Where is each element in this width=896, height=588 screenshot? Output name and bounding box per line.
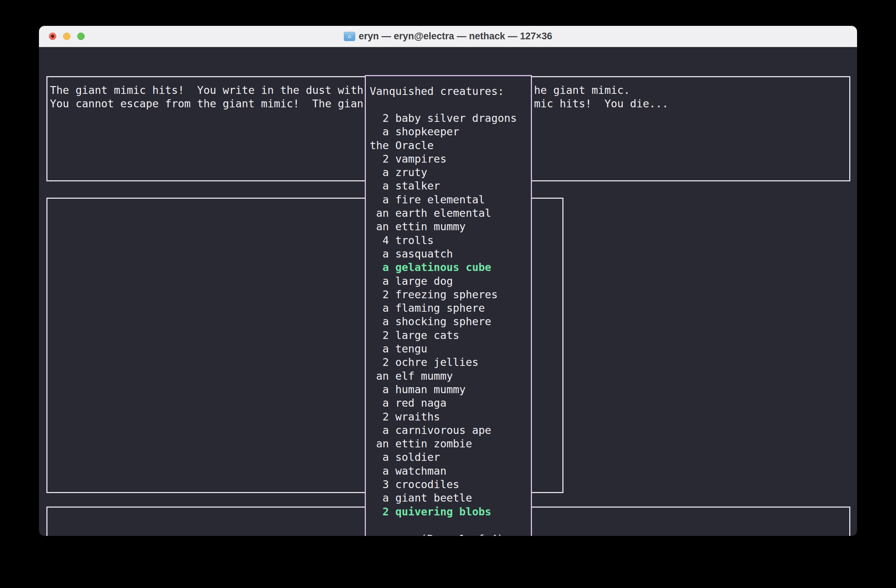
minimize-button[interactable] [63, 33, 70, 40]
vanquished-item: a watchman [370, 465, 517, 478]
vanquished-list: 2 baby silver dragons a shopkeeperthe Or… [370, 111, 517, 519]
vanquished-creatures-popup: Vanquished creatures: 2 baby silver drag… [365, 75, 532, 536]
vanquished-item: the Oracle [370, 139, 517, 152]
message-line2-left: You cannot escape from the giant mimic! … [50, 97, 363, 111]
vanquished-item: a giant beetle [370, 491, 517, 505]
vanquished-item: an earth elemental [370, 207, 517, 220]
vanquished-item: a zruty [370, 166, 517, 179]
vanquished-item: a stalker [370, 179, 517, 193]
window-title-group: ⌂ eryn — eryn@electra — nethack — 127×36 [344, 32, 552, 41]
vanquished-item: a human mummy [370, 383, 517, 396]
home-folder-icon: ⌂ [344, 32, 355, 41]
vanquished-item: an elf mummy [370, 369, 517, 383]
vanquished-item: a large dog [370, 274, 517, 288]
titlebar[interactable]: ⌂ eryn — eryn@electra — nethack — 127×36 [39, 26, 857, 47]
vanquished-item-highlighted: a gelatinous cube [370, 261, 517, 274]
vanquished-item: 2 large cats [370, 329, 517, 342]
vanquished-item: a soldier [370, 451, 517, 464]
window-title: eryn — eryn@electra — nethack — 127×36 [359, 32, 552, 41]
page-indicator: (Page 1 of 4) => [421, 532, 523, 536]
vanquished-item: 2 ochre jellies [370, 356, 517, 369]
unsaved-changes-dot-icon [51, 35, 54, 38]
terminal-window: ⌂ eryn — eryn@electra — nethack — 127×36… [39, 26, 857, 536]
vanquished-item: a fire elemental [370, 193, 517, 207]
message-line1-right: he giant mimic. [534, 84, 630, 97]
vanquished-item: a flaming sphere [370, 302, 517, 315]
vanquished-item: 2 vampires [370, 152, 517, 166]
vanquished-item: a tengu [370, 342, 517, 356]
vanquished-item-highlighted: 2 quivering blobs [370, 505, 517, 519]
vanquished-item: a sasquatch [370, 247, 517, 261]
vanquished-item: a red naga [370, 396, 517, 410]
vanquished-item: a carnivorous ape [370, 423, 517, 437]
vanquished-item: an ettin mummy [370, 220, 517, 233]
vanquished-item: an ettin zombie [370, 437, 517, 451]
message-line1-left: The giant mimic hits! You write in the d… [50, 84, 363, 97]
vanquished-item: 4 trolls [370, 234, 517, 247]
zoom-button[interactable] [77, 33, 85, 40]
close-button[interactable] [49, 33, 56, 40]
message-line2-right: mic hits! You die... [534, 97, 668, 111]
vanquished-item: a shopkeeper [370, 125, 517, 139]
vanquished-item: a shocking sphere [370, 315, 517, 328]
traffic-lights [49, 26, 85, 47]
popup-title: Vanquished creatures: [370, 85, 504, 98]
vanquished-item: 2 baby silver dragons [370, 111, 517, 125]
vanquished-item: 3 crocodiles [370, 478, 517, 491]
terminal-content: The giant mimic hits! You write in the d… [39, 47, 857, 536]
vanquished-item: 2 wraiths [370, 410, 517, 423]
vanquished-item: 2 freezing spheres [370, 288, 517, 302]
